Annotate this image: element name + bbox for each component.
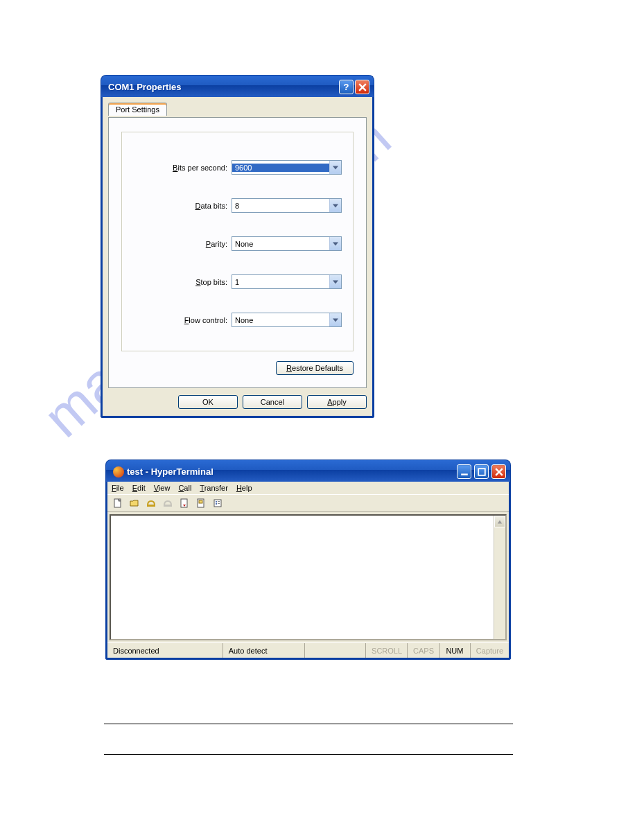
menu-call[interactable]: Call	[178, 484, 191, 492]
restore-row: Restore Defaults	[121, 361, 354, 375]
scroll-up-icon[interactable]	[494, 516, 505, 527]
send-icon[interactable]	[178, 497, 191, 509]
menu-file[interactable]: File	[112, 484, 124, 492]
svg-rect-12	[218, 503, 220, 504]
tab-panel: Bits per second: 9600 Data bits: 8 Parit…	[108, 117, 367, 388]
combo-flow-control[interactable]: None	[232, 313, 342, 327]
svg-rect-4	[164, 505, 172, 507]
dialog-button-row: OK Cancel Apply	[108, 395, 367, 409]
label-parity: Parity:	[133, 240, 232, 248]
combo-value: None	[232, 240, 329, 248]
window-body: File Edit View Call Transfer Help Discon…	[105, 482, 511, 660]
status-capture: Capture	[471, 643, 509, 658]
chevron-down-icon[interactable]	[329, 161, 341, 174]
chevron-down-icon[interactable]	[329, 313, 341, 326]
status-num: NUM	[440, 643, 470, 658]
horizontal-rule	[104, 754, 513, 755]
dialog-body: Port Settings Bits per second: 9600 Data…	[101, 97, 374, 418]
svg-rect-0	[461, 473, 468, 475]
combo-stop-bits[interactable]: 1	[232, 274, 342, 289]
new-icon[interactable]	[112, 497, 124, 509]
row-data-bits: Data bits: 8	[133, 198, 342, 213]
row-parity: Parity: None	[133, 236, 342, 251]
open-icon[interactable]	[128, 497, 141, 509]
hyperterminal-window: test - HyperTerminal File Edit View Call…	[105, 460, 511, 660]
combo-data-bits[interactable]: 8	[232, 198, 342, 213]
status-detect: Auto detect	[223, 643, 305, 658]
row-flow-control: Flow control: None	[133, 313, 342, 327]
menu-view[interactable]: View	[154, 484, 171, 492]
chevron-down-icon[interactable]	[329, 237, 341, 250]
svg-rect-3	[147, 505, 155, 507]
com1-properties-dialog: COM1 Properties ? Port Settings Bits per…	[101, 75, 374, 418]
svg-rect-11	[216, 503, 217, 505]
properties-icon[interactable]	[211, 497, 224, 509]
combo-parity[interactable]: None	[232, 236, 342, 251]
svg-rect-1	[478, 469, 485, 475]
minimize-button[interactable]	[457, 464, 471, 479]
combo-value: 1	[232, 278, 329, 286]
svg-rect-10	[218, 501, 220, 502]
close-button[interactable]	[355, 80, 369, 94]
label-flow-control: Flow control:	[133, 316, 232, 324]
ok-button[interactable]: OK	[178, 395, 238, 409]
row-bits-per-second: Bits per second: 9600	[133, 160, 342, 175]
window-title: test - HyperTerminal	[127, 466, 455, 477]
dialog-title: COM1 Properties	[108, 82, 338, 92]
toolbar	[107, 495, 509, 512]
svg-rect-9	[216, 501, 217, 502]
menubar: File Edit View Call Transfer Help	[107, 482, 509, 495]
menu-transfer[interactable]: Transfer	[200, 484, 228, 492]
hyperterminal-icon	[113, 466, 124, 478]
titlebar[interactable]: test - HyperTerminal	[105, 460, 511, 482]
combo-bits-per-second[interactable]: 9600	[232, 160, 342, 175]
tabstrip: Port Settings	[108, 103, 367, 118]
menu-help[interactable]: Help	[236, 484, 252, 492]
receive-icon[interactable]	[195, 497, 207, 509]
titlebar[interactable]: COM1 Properties ?	[101, 75, 374, 97]
row-stop-bits: Stop bits: 1	[133, 274, 342, 289]
chevron-down-icon[interactable]	[329, 275, 341, 288]
horizontal-rule	[104, 724, 513, 724]
label-data-bits: Data bits:	[133, 202, 232, 210]
close-button[interactable]	[491, 464, 506, 479]
combo-value: 8	[232, 202, 329, 210]
menu-edit[interactable]: Edit	[132, 484, 146, 492]
disconnect-icon[interactable]	[162, 497, 174, 509]
terminal-area[interactable]	[110, 514, 507, 640]
statusbar: Disconnected Auto detect SCROLL CAPS NUM…	[107, 642, 509, 658]
status-caps: CAPS	[408, 643, 440, 658]
cancel-button[interactable]: Cancel	[243, 395, 302, 409]
help-button[interactable]: ?	[339, 80, 354, 94]
combo-value: None	[232, 316, 329, 324]
maximize-button[interactable]	[474, 464, 489, 479]
tab-port-settings[interactable]: Port Settings	[108, 103, 167, 116]
combo-value: 9600	[232, 164, 329, 172]
connect-icon[interactable]	[145, 497, 157, 509]
restore-defaults-button[interactable]: Restore Defaults	[276, 361, 354, 375]
apply-button[interactable]: Apply	[307, 395, 367, 409]
status-spacer	[305, 643, 366, 658]
label-stop-bits: Stop bits:	[133, 278, 232, 286]
status-connection: Disconnected	[107, 643, 223, 658]
chevron-down-icon[interactable]	[329, 199, 341, 212]
svg-rect-7	[199, 500, 202, 503]
window-buttons	[455, 464, 506, 479]
scrollbar-vertical[interactable]	[494, 516, 505, 639]
status-scroll: SCROLL	[366, 643, 408, 658]
label-bits-per-second: Bits per second:	[133, 164, 232, 172]
settings-group: Bits per second: 9600 Data bits: 8 Parit…	[121, 132, 354, 351]
